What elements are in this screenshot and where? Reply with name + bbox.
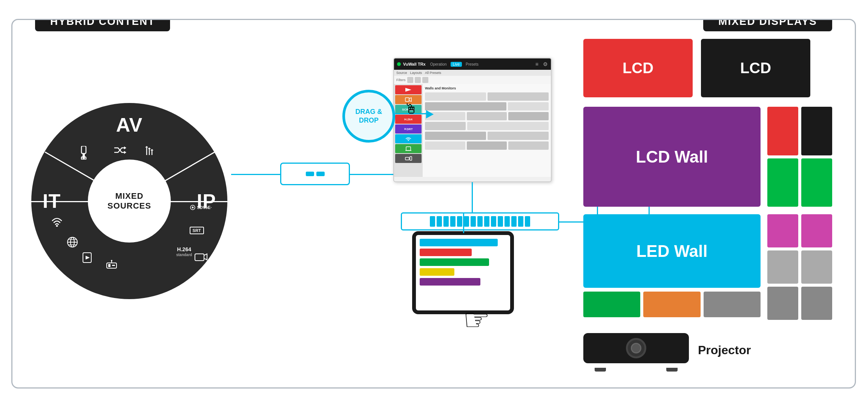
monitor-item bbox=[425, 102, 506, 111]
lcd-wall-group: LCD Wall bbox=[583, 107, 832, 207]
drag-drop-text: DRAG &DROP bbox=[356, 108, 382, 125]
lcd-tile-3 bbox=[767, 158, 798, 207]
horizontal-bus bbox=[401, 212, 559, 230]
presets-tab[interactable]: Presets bbox=[466, 62, 478, 66]
projector-foot-left bbox=[595, 368, 606, 372]
source-tab[interactable]: Source bbox=[396, 71, 407, 75]
operation-tab[interactable]: Operation bbox=[430, 62, 447, 66]
led-rtile-4 bbox=[801, 250, 832, 284]
projector-foot-right bbox=[666, 368, 678, 372]
lcd-wall-tiles bbox=[767, 107, 832, 207]
monitor-row-6 bbox=[425, 141, 549, 150]
led-rtile-1 bbox=[767, 214, 798, 247]
drag-drop-circle: DRAG &DROP bbox=[342, 90, 395, 143]
tablet-screen bbox=[416, 235, 510, 289]
svg-rect-32 bbox=[405, 157, 409, 160]
bus-seg bbox=[477, 216, 483, 227]
bus-seg bbox=[464, 216, 469, 227]
switch-dots-left bbox=[306, 172, 325, 176]
circle-wrapper: AV IT IP ●HDBT· bbox=[31, 103, 227, 299]
lcd-display-2: LCD bbox=[701, 39, 810, 97]
bus-seg bbox=[471, 216, 476, 227]
bus-seg bbox=[437, 216, 442, 227]
svg-marker-18 bbox=[86, 256, 90, 260]
switch-dot bbox=[306, 172, 314, 176]
wifi-icon bbox=[51, 217, 63, 229]
monitor-item bbox=[425, 92, 486, 101]
hand-cursor-icon: ☞ bbox=[463, 305, 490, 335]
source-item-6[interactable] bbox=[395, 134, 422, 143]
source-item-1[interactable] bbox=[395, 85, 422, 94]
globe-icon bbox=[67, 237, 78, 250]
svg-marker-6 bbox=[145, 146, 148, 147]
bus-segments bbox=[430, 216, 530, 227]
live-tab[interactable]: Live bbox=[451, 62, 462, 67]
lcd-tile-2 bbox=[801, 107, 832, 155]
led-wall-group: LED Wall bbox=[583, 214, 832, 320]
lcd2-label: LCD bbox=[740, 60, 771, 77]
menu-icon[interactable]: ≡ bbox=[535, 61, 538, 67]
walls-monitors-title: Walls and Monitors bbox=[425, 86, 549, 90]
bus-seg bbox=[505, 216, 510, 227]
monitor-row-2 bbox=[425, 102, 549, 111]
projector bbox=[583, 333, 689, 367]
projector-row: Projector bbox=[583, 333, 751, 367]
lcd-wall-label: LCD Wall bbox=[636, 147, 708, 166]
svg-rect-19 bbox=[107, 263, 117, 268]
list-icon[interactable] bbox=[422, 77, 428, 83]
filter-icon[interactable] bbox=[407, 77, 413, 83]
app-name-label: VuWall TRx bbox=[403, 62, 426, 66]
grid-icon[interactable] bbox=[415, 77, 421, 83]
mixed-displays-banner: MIXED DISPLAYS bbox=[703, 19, 832, 31]
led-bottom-tile-3 bbox=[704, 292, 761, 317]
monitor-item bbox=[508, 112, 549, 120]
tablet-bar-5 bbox=[420, 278, 480, 286]
svg-rect-0 bbox=[81, 146, 86, 154]
svg-rect-22 bbox=[112, 265, 115, 266]
source-item-8[interactable] bbox=[395, 154, 422, 163]
bus-seg bbox=[457, 216, 462, 227]
led-rtile-3 bbox=[767, 250, 798, 284]
monitor-item bbox=[508, 102, 549, 111]
monitor-item bbox=[488, 132, 549, 140]
camera-icon bbox=[194, 252, 208, 264]
led-rtile-2 bbox=[801, 214, 832, 247]
source-item-5[interactable]: ✕DRT bbox=[395, 124, 422, 134]
svg-rect-24 bbox=[195, 254, 204, 261]
tablet-bar-4 bbox=[420, 268, 454, 276]
right-displays-section: LCD LCD LCD Wall LED Wal bbox=[583, 31, 847, 378]
monitor-item bbox=[467, 112, 507, 120]
monitor-row-3 bbox=[425, 112, 549, 120]
led-bottom-tiles bbox=[583, 292, 761, 317]
all-presets-tab[interactable]: All Presets bbox=[425, 71, 441, 75]
srt-label: SRT bbox=[190, 227, 204, 234]
lcd-wall-main: LCD Wall bbox=[583, 107, 761, 207]
lcd-tile-4 bbox=[801, 158, 832, 207]
bus-seg bbox=[511, 216, 517, 227]
ui-body: SCREEN H.264 ✕DRT Walls and Monitors bbox=[394, 84, 551, 177]
shuffle-icon bbox=[113, 146, 126, 156]
bus-seg bbox=[443, 216, 449, 227]
svg-rect-21 bbox=[108, 264, 110, 267]
h264-label: H.264 standard bbox=[176, 246, 192, 257]
bus-seg bbox=[518, 216, 523, 227]
sort-icon bbox=[145, 146, 153, 158]
lcd-top-row: LCD LCD bbox=[583, 39, 810, 97]
layouts-tab[interactable]: Layouts bbox=[410, 71, 422, 75]
source-item-7[interactable] bbox=[395, 144, 422, 153]
ui-main-content: Walls and Monitors bbox=[423, 84, 551, 177]
source-sidebar: SCREEN H.264 ✕DRT bbox=[394, 84, 423, 177]
monitor-row-1 bbox=[425, 92, 549, 101]
touchscreen-tablet: ☞ bbox=[412, 231, 514, 314]
video-file-icon bbox=[82, 252, 92, 265]
led-rtile-6 bbox=[801, 287, 832, 320]
vuwall-ui-panel[interactable]: VuWall TRx Operation Live Presets ≡ ⚙ So… bbox=[393, 58, 552, 182]
it-label: IT bbox=[43, 190, 61, 212]
svg-point-11 bbox=[56, 225, 58, 227]
led-bottom-tile-1 bbox=[583, 292, 640, 317]
settings-icon[interactable]: ⚙ bbox=[543, 61, 548, 67]
line-ui-to-bus bbox=[472, 182, 473, 212]
projector-body bbox=[583, 333, 689, 363]
svg-marker-4 bbox=[124, 151, 126, 154]
line-circle-to-switch bbox=[231, 174, 280, 175]
